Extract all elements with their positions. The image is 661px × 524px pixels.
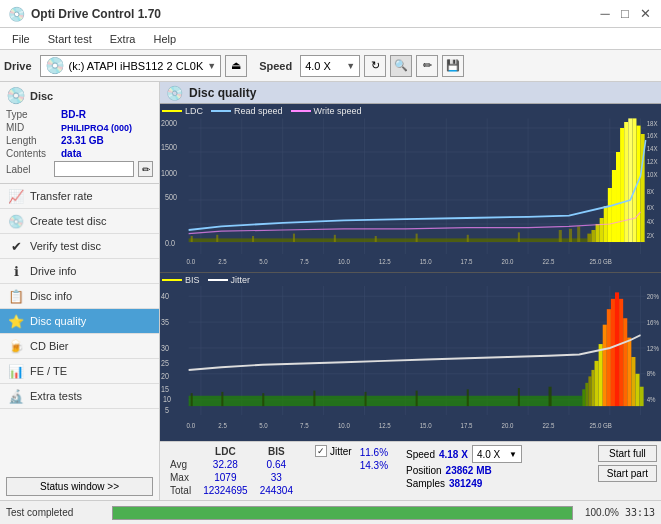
svg-text:20: 20 [161, 371, 169, 381]
time-display: 33:13 [625, 507, 655, 518]
title-bar: 💿 Opti Drive Control 1.70 ─ □ ✕ [0, 0, 661, 28]
drive-value: (k:) ATAPI iHBS112 2 CL0K [69, 60, 204, 72]
label-edit-button[interactable]: ✏ [138, 161, 153, 177]
svg-text:30: 30 [161, 343, 169, 353]
jitter-legend-label: Jitter [231, 275, 251, 285]
sidebar-item-drive-info[interactable]: ℹ Drive info [0, 259, 159, 284]
svg-text:6X: 6X [647, 203, 655, 211]
verify-test-disc-label: Verify test disc [30, 240, 101, 252]
start-buttons: Start full Start part [598, 445, 657, 482]
ldc-max: 1079 [197, 471, 254, 484]
ldc-legend-label: LDC [185, 106, 203, 116]
svg-rect-100 [619, 299, 623, 406]
extra-tests-icon: 🔬 [8, 388, 24, 404]
disc-section-title: Disc [30, 90, 53, 102]
svg-rect-30 [628, 118, 632, 242]
app-icon: 💿 [8, 6, 25, 22]
sidebar-item-fe-te[interactable]: 📊 FE / TE [0, 359, 159, 384]
menu-extra[interactable]: Extra [102, 32, 144, 46]
svg-text:15.0: 15.0 [420, 421, 432, 429]
svg-text:12%: 12% [647, 344, 659, 352]
app-title: Opti Drive Control 1.70 [31, 7, 161, 21]
disc-info-label: Disc info [30, 290, 72, 302]
svg-text:4X: 4X [647, 218, 655, 226]
samples-val: 381249 [449, 478, 482, 489]
length-label: Length [6, 135, 61, 146]
svg-text:20%: 20% [647, 292, 659, 300]
refresh-button[interactable]: ↻ [364, 55, 386, 77]
sidebar-item-transfer-rate[interactable]: 📈 Transfer rate [0, 184, 159, 209]
sidebar-item-disc-quality[interactable]: ⭐ Disc quality [0, 309, 159, 334]
sidebar-item-cd-bier[interactable]: 🍺 CD Bier [0, 334, 159, 359]
start-part-button[interactable]: Start part [598, 465, 657, 482]
jitter-legend-dot [208, 279, 228, 281]
drive-selector[interactable]: 💿 (k:) ATAPI iHBS112 2 CL0K ▼ [40, 55, 222, 77]
menu-file[interactable]: File [4, 32, 38, 46]
maximize-button[interactable]: □ [617, 6, 633, 22]
fe-te-label: FE / TE [30, 365, 67, 377]
menu-start-test[interactable]: Start test [40, 32, 100, 46]
nav-items: 📈 Transfer rate 💿 Create test disc ✔ Ver… [0, 184, 159, 473]
stats-speed-dropdown-val: 4.0 X [477, 449, 500, 460]
disc-info-header: 💿 Disc [6, 86, 153, 105]
svg-rect-93 [591, 370, 594, 406]
legend-read-speed: Read speed [211, 106, 283, 116]
svg-rect-113 [518, 388, 520, 406]
svg-rect-98 [611, 299, 615, 406]
speed-value: 4.0 X [305, 60, 331, 72]
disc-quality-title: Disc quality [189, 86, 256, 100]
verify-test-disc-icon: ✔ [8, 238, 24, 254]
fe-te-icon: 📊 [8, 363, 24, 379]
bis-legend-label: BIS [185, 275, 200, 285]
jitter-checkbox[interactable]: ✓ [315, 445, 327, 457]
menu-help[interactable]: Help [145, 32, 184, 46]
save-button[interactable]: 💾 [442, 55, 464, 77]
sidebar-item-verify-test-disc[interactable]: ✔ Verify test disc [0, 234, 159, 259]
svg-rect-35 [216, 235, 218, 242]
stats-speed-selector[interactable]: 4.0 X ▼ [472, 445, 522, 463]
svg-rect-97 [607, 309, 611, 406]
speed-label-text: Speed [406, 449, 435, 460]
label-input[interactable] [54, 161, 134, 177]
jitter-section: ✓ Jitter 11.6% 14.3% [315, 445, 390, 473]
legend-jitter: Jitter [208, 275, 251, 285]
svg-text:17.5: 17.5 [461, 421, 473, 429]
length-field: Length 23.31 GB [6, 135, 153, 146]
label-label: Label [6, 164, 50, 175]
svg-rect-107 [221, 392, 223, 406]
sidebar-item-disc-info[interactable]: 📋 Disc info [0, 284, 159, 309]
eject-button[interactable]: ⏏ [225, 55, 247, 77]
mid-value: PHILIPRO4 (000) [61, 123, 132, 133]
svg-text:5: 5 [165, 405, 169, 415]
svg-rect-90 [582, 389, 585, 406]
svg-rect-36 [252, 236, 254, 242]
svg-rect-31 [632, 118, 636, 242]
svg-rect-114 [549, 387, 552, 406]
position-val: 23862 MB [446, 465, 492, 476]
main-layout: 💿 Disc Type BD-R MID PHILIPRO4 (000) Len… [0, 82, 661, 500]
disc-info-icon: 📋 [8, 288, 24, 304]
minimize-button[interactable]: ─ [597, 6, 613, 22]
write-speed-legend-dot [291, 110, 311, 112]
legend-bis: BIS [162, 275, 200, 285]
svg-rect-19 [189, 238, 588, 242]
close-button[interactable]: ✕ [637, 6, 653, 22]
svg-rect-25 [608, 188, 612, 242]
sidebar-item-extra-tests[interactable]: 🔬 Extra tests [0, 384, 159, 409]
status-window-button[interactable]: Status window >> [6, 477, 153, 496]
svg-rect-20 [587, 234, 591, 242]
speed-section: Speed 4.18 X 4.0 X ▼ Position 23862 MB S… [406, 445, 522, 489]
sidebar-item-create-test-disc[interactable]: 💿 Create test disc [0, 209, 159, 234]
svg-rect-43 [559, 230, 562, 242]
write-button[interactable]: ✏ [416, 55, 438, 77]
length-value: 23.31 GB [61, 135, 104, 146]
svg-text:8%: 8% [647, 370, 656, 378]
speed-selector[interactable]: 4.0 X ▼ [300, 55, 360, 77]
position-row: Position 23862 MB [406, 465, 522, 476]
speed-label: Speed [259, 60, 292, 72]
start-full-button[interactable]: Start full [598, 445, 657, 462]
svg-rect-99 [615, 292, 619, 406]
bis-avg: 0.64 [254, 458, 299, 471]
scan-button[interactable]: 🔍 [390, 55, 412, 77]
jitter-label: Jitter [330, 446, 352, 457]
